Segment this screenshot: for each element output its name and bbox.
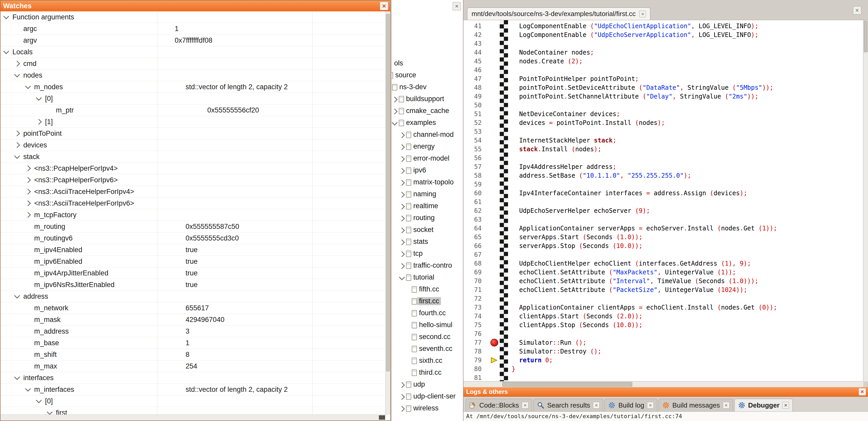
expand-icon[interactable] [399,192,405,198]
expand-icon[interactable] [36,119,42,125]
expand-icon[interactable] [399,239,405,246]
line-number[interactable]: 55 [464,145,489,154]
code-line-76[interactable] [512,329,863,338]
line-number[interactable]: 76 [464,329,489,338]
tab-build-messages[interactable]: Build messages× [659,399,733,412]
expand-icon[interactable] [14,61,20,67]
editor-horizontal-scrollbar-thumb[interactable] [502,382,632,387]
watch-row-m-mask[interactable]: m_mask4294967040 [1,314,385,326]
line-number[interactable]: 43 [464,39,489,48]
collapse-icon[interactable] [3,13,9,20]
collapse-icon[interactable] [47,409,53,415]
code-line-64[interactable]: ApplicationContainer serverApps = echoSe… [512,224,863,233]
code-line-77[interactable]: Simulator::Run (); [512,338,863,347]
collapse-icon[interactable] [36,397,42,403]
expand-icon[interactable] [392,108,398,115]
line-number[interactable]: 59 [464,180,489,189]
expand-icon[interactable] [25,165,31,171]
code-line-63[interactable] [512,215,863,224]
expand-icon[interactable] [25,189,31,195]
watch-row-m-ipv6enabled[interactable]: m_ipv6Enabledtrue [1,256,385,267]
collapse-icon[interactable] [3,48,9,54]
code-line-44[interactable]: NodeContainer nodes; [512,48,863,57]
code-line-41[interactable]: LogComponentEnable ("UdpEchoClientApplic… [512,22,863,31]
watch-row-1[interactable]: [1] [1,116,385,128]
line-number[interactable]: 41 [464,22,489,31]
collapse-icon[interactable] [36,95,42,101]
tree-item-sixth-cc[interactable]: sixth.cc [392,355,463,367]
watches-close-icon[interactable]: × [380,2,388,10]
close-icon[interactable]: × [782,402,789,409]
breakpoint-icon[interactable] [490,339,498,347]
watch-row-0[interactable]: [0] [1,93,385,104]
code-line-51[interactable]: NetDeviceContainer devices; [512,110,863,119]
code-line-56[interactable] [512,154,863,162]
line-number[interactable]: 75 [464,321,489,329]
line-number[interactable]: 77 [464,338,489,347]
expand-icon[interactable] [399,180,405,186]
editor-tab-first-cc[interactable]: mnt/dev/tools/source/ns-3-dev/examples/t… [467,7,650,20]
code-line-43[interactable] [512,39,863,48]
editor-tab-close-icon[interactable]: × [639,10,646,17]
watch-row-m-nodes[interactable]: m_nodesstd::vector of length 2, capacity… [1,81,385,93]
line-number[interactable]: 81 [464,374,489,382]
code-line-46[interactable] [512,66,863,74]
watch-row-m-base[interactable]: m_base1 [1,337,385,349]
tree-item-wireless[interactable]: wireless [392,402,463,415]
code-line-58[interactable]: address.SetBase ("10.1.1.0", "255.255.25… [512,171,863,180]
code-line-42[interactable]: LogComponentEnable ("UdpEchoServerApplic… [512,31,863,39]
watches-resize-corner[interactable] [379,415,385,420]
code-line-74[interactable]: clientApps.Start (Seconds (2.0)); [512,312,863,321]
line-number[interactable]: 56 [464,154,489,162]
watch-row-address[interactable]: address [1,291,385,302]
tree-item-second-cc[interactable]: second.cc [392,331,463,343]
collapse-icon[interactable] [14,153,20,159]
code-line-52[interactable]: devices = pointToPoint.Install (nodes); [512,119,863,127]
editor-horizontal-scrollbar[interactable] [464,381,863,387]
watch-row-m-ptr[interactable]: m_ptr0x55555556cf20 [1,104,385,116]
line-number[interactable]: 61 [464,198,489,206]
tree-item-buildsupport[interactable]: buildsupport [392,93,463,105]
editor-vertical-scrollbar[interactable] [863,20,868,382]
tree-item-stats[interactable]: stats [392,236,463,248]
tree-item-error-model[interactable]: error-model [392,153,463,165]
line-number[interactable]: 80 [464,365,489,374]
expand-icon[interactable] [399,168,405,174]
tab-search-results[interactable]: Search results× [533,399,603,412]
tree-item-udp[interactable]: udp [392,379,463,391]
collapse-icon[interactable] [14,293,20,299]
tree-item-cmake-cache[interactable]: cmake_cache [392,105,463,117]
expand-icon[interactable] [399,251,405,257]
expand-icon[interactable] [399,394,405,400]
code-line-62[interactable]: UdpEchoServerHelper echoServer (9); [512,206,863,215]
code-line-55[interactable]: stack.Install (nodes); [512,145,863,154]
code-line-53[interactable] [512,127,863,136]
line-number[interactable]: 68 [464,259,489,268]
code-line-69[interactable]: echoClient.SetAttribute ("MaxPackets", U… [512,268,863,277]
watch-row-m-interfaces[interactable]: m_interfacesstd::vector of length 2, cap… [1,384,385,395]
code-line-71[interactable]: echoClient.SetAttribute ("PacketSize", U… [512,286,863,294]
watch-row-pointtopoint[interactable]: pointToPoint [1,128,385,139]
tree-item-hello-simul[interactable]: hello-simul [392,319,463,331]
editor-vertical-scrollbar-thumb[interactable] [864,21,867,52]
expand-icon[interactable] [25,200,31,206]
watch-row-m-routing[interactable]: m_routing0x555555587c50 [1,221,385,232]
watch-row-stack[interactable]: stack [1,151,385,163]
line-number[interactable]: 70 [464,277,489,286]
tree-item-tutorial[interactable]: tutorial [392,272,463,284]
watch-row-nodes[interactable]: nodes [1,70,385,81]
line-number[interactable]: 42 [464,31,489,39]
watches-vertical-scrollbar-thumb[interactable] [386,14,390,371]
watch-row-m-ipv4enabled[interactable]: m_ipv4Enabledtrue [1,244,385,256]
code-line-78[interactable]: Simulator::Destroy (); [512,347,863,356]
code-line-54[interactable]: InternetStackHelper stack; [512,136,863,145]
tree-item-udp-client-ser[interactable]: udp-client-ser [392,391,463,402]
code-line-80[interactable]: } [512,365,863,374]
line-number[interactable]: 69 [464,268,489,277]
logs-close-icon[interactable]: × [859,388,866,395]
watch-row-m-max[interactable]: m_max254 [1,360,385,372]
marker-margin[interactable] [489,22,500,382]
line-number[interactable]: 53 [464,127,489,136]
expand-icon[interactable] [399,144,405,150]
tree-item-source[interactable]: source [392,70,463,82]
